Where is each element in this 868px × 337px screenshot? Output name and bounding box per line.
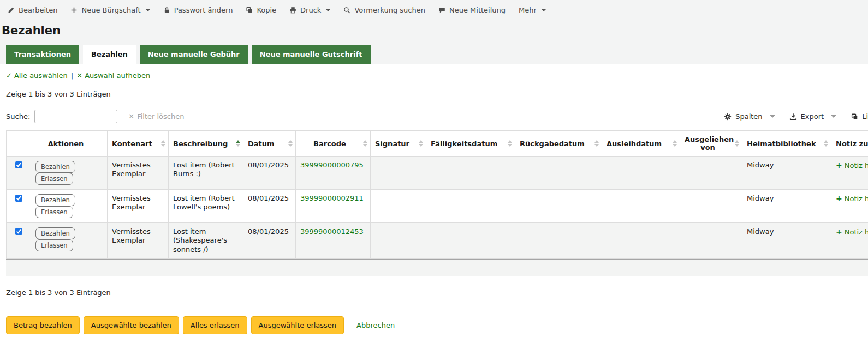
column-header-label: Kontenart [112, 140, 152, 148]
sort-icon [824, 140, 828, 147]
signature-cell [371, 157, 426, 190]
ausgewählte-bezahlen-button[interactable]: Ausgewählte bezahlen [84, 316, 179, 334]
search-label: Suche: [6, 112, 30, 121]
sort-icon [508, 140, 512, 147]
home-library-cell: Midway [742, 157, 831, 190]
column-header-label: Datum [248, 140, 275, 148]
plus-icon: + [836, 161, 842, 171]
barcode-link[interactable]: 39999000000795 [300, 161, 364, 169]
actions-cell: BezahlenErlassen [31, 157, 108, 190]
column-header-kontenart[interactable]: Kontenart [108, 131, 169, 157]
tab-neue-manuelle-gebühr[interactable]: Neue manuelle Gebühr [140, 45, 248, 64]
clear-selection-link[interactable]: ✕ Auswahl aufheben [76, 71, 150, 80]
signature-cell [371, 223, 426, 259]
ausgewählte-erlassen-button[interactable]: Ausgewählte erlassen [251, 316, 344, 334]
content-area: ✓ Alle auswählen | ✕ Auswahl aufheben Ze… [0, 64, 868, 334]
sort-icon [236, 140, 240, 147]
signature-cell [371, 190, 426, 223]
row-select-checkbox[interactable] [15, 195, 22, 202]
sort-icon [363, 140, 367, 147]
toolbar-item-vormerkung-suchen[interactable]: Vormerkung suchen [343, 6, 425, 14]
column-header-ausgeliehen-von[interactable]: Ausgeliehen von [680, 131, 742, 157]
add-note-link[interactable]: +Notiz hinzufügen [836, 227, 868, 237]
due-date-cell [426, 223, 515, 259]
writeoff-button[interactable]: Erlassen [35, 173, 73, 185]
column-header-rückgabedatum[interactable]: Rückgabedatum [515, 131, 602, 157]
description-cell: Lost item (Robert Burns :) [169, 157, 243, 190]
betrag-bezahlen-button[interactable]: Betrag bezahlen [6, 316, 80, 334]
pencil-icon [8, 7, 15, 14]
toolbar-item-neue-mitteilung[interactable]: Neue Mitteilung [438, 6, 506, 14]
toolbar-item-druck[interactable]: Druck [289, 6, 330, 14]
clear-filter-link[interactable]: ✕ Filter löschen [128, 112, 184, 121]
clear-selection-label: Auswahl aufheben [85, 71, 150, 80]
writeoff-button[interactable]: Erlassen [35, 206, 73, 218]
tab-bezahlen[interactable]: Bezahlen [83, 45, 136, 64]
barcode-cell: 39999000002911 [296, 190, 371, 223]
x-icon: ✕ [76, 71, 82, 80]
alles-erlassen-button[interactable]: Alles erlassen [183, 316, 247, 334]
check-icon: ✓ [6, 71, 12, 80]
barcode-link[interactable]: 39999000012453 [300, 227, 364, 236]
due-date-cell [426, 157, 515, 190]
select-all-link[interactable]: ✓ Alle auswählen [6, 71, 68, 80]
checkout-date-cell [602, 223, 680, 259]
checkbox-cell [7, 223, 31, 259]
chevron-down-icon [542, 9, 546, 11]
column-header-label: Beschreibung [173, 140, 228, 148]
tab-neue-manuelle-gutschrift[interactable]: Neue manuelle Gutschrift [252, 45, 371, 64]
list-button[interactable]: Li [851, 112, 868, 121]
column-header-datum[interactable]: Datum [243, 131, 296, 157]
top-section: BearbeitenNeue BürgschaftPasswort ändern… [0, 0, 868, 64]
chevron-down-icon [146, 9, 150, 11]
sort-icon [594, 140, 599, 147]
column-header-beschreibung[interactable]: Beschreibung [169, 131, 243, 157]
column-header-notiz-zu: Notiz zu [831, 131, 868, 157]
columns-label: Spalten [735, 112, 762, 121]
search-input[interactable] [34, 110, 117, 123]
checkbox-cell [7, 190, 31, 223]
barcode-cell: 39999000000795 [296, 157, 371, 190]
toolbar-item-bearbeiten[interactable]: Bearbeiten [8, 6, 57, 14]
row-select-checkbox[interactable] [15, 228, 22, 235]
barcode-cell: 39999000012453 [296, 223, 371, 259]
table-row: BezahlenErlassenVermisstes ExemplarLost … [7, 157, 868, 190]
checked-out-by-cell [680, 157, 742, 190]
columns-button[interactable]: Spalten [724, 112, 775, 121]
column-header-ausleihdatum[interactable]: Ausleihdatum [602, 131, 680, 157]
table-row: BezahlenErlassenVermisstes ExemplarLost … [7, 223, 868, 259]
checked-out-by-cell [680, 190, 742, 223]
toolbar-item-neue-bürgschaft[interactable]: Neue Bürgschaft [70, 6, 150, 14]
pay-button[interactable]: Bezahlen [35, 161, 75, 173]
account-type-cell: Vermisstes Exemplar [108, 190, 169, 223]
add-note-label: Notiz hinzufügen [845, 161, 868, 170]
column-header-fälligkeitsdatum[interactable]: Fälligkeitsdatum [426, 131, 515, 157]
toolbar-item-mehr[interactable]: Mehr [519, 6, 546, 14]
plus-icon: + [836, 194, 842, 204]
row-select-checkbox[interactable] [15, 161, 22, 168]
toolbar-item-label: Kopie [257, 6, 276, 14]
selection-separator: | [71, 71, 73, 80]
barcode-link[interactable]: 39999000002911 [300, 194, 364, 202]
copy-icon [851, 113, 858, 121]
clear-filter-label: Filter löschen [137, 112, 184, 121]
account-type-cell: Vermisstes Exemplar [108, 157, 169, 190]
download-icon [789, 113, 797, 121]
export-button[interactable]: Export [789, 112, 837, 121]
lock-icon [163, 7, 170, 14]
add-note-link[interactable]: +Notiz hinzufügen [836, 161, 868, 171]
pay-button[interactable]: Bezahlen [35, 194, 75, 206]
toolbar-item-passwort-ändern[interactable]: Passwort ändern [163, 6, 233, 14]
column-header-barcode[interactable]: Barcode [296, 131, 371, 157]
add-note-link[interactable]: +Notiz hinzufügen [836, 194, 868, 204]
column-header-heimatbibliothek[interactable]: Heimatbibliothek [742, 131, 831, 157]
writeoff-button[interactable]: Erlassen [35, 239, 73, 251]
pay-button[interactable]: Bezahlen [35, 227, 75, 239]
entries-info-bottom: Zeige 1 bis 3 von 3 Einträgen [6, 288, 868, 297]
toolbar-item-kopie[interactable]: Kopie [246, 6, 276, 14]
cancel-link[interactable]: Abbrechen [356, 321, 395, 329]
column-header-signatur[interactable]: Signatur [371, 131, 426, 157]
tab-transaktionen[interactable]: Transaktionen [6, 45, 79, 64]
actions-cell: BezahlenErlassen [31, 223, 108, 259]
tab-bar: TransaktionenBezahlenNeue manuelle Gebüh… [0, 45, 868, 64]
